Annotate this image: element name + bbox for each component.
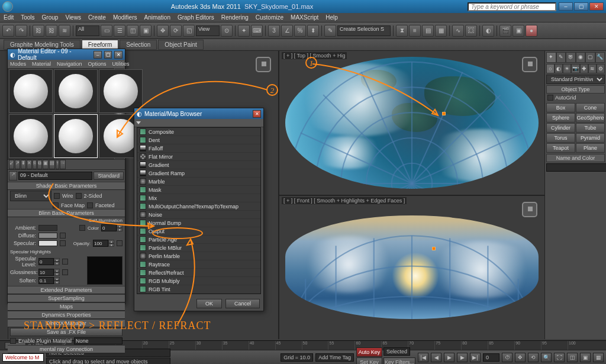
selfillum-color-checkbox[interactable] [79,225,85,231]
faceted-checkbox[interactable] [87,202,93,208]
mat-menu-modes[interactable]: Modes [10,61,26,67]
browser-cancel-button[interactable]: Cancel [225,299,260,308]
menu-rendering[interactable]: Rendering [221,14,249,21]
opacity-map-button[interactable] [117,240,123,246]
viewport-front-smooth[interactable]: [ + ] [ Front ] [ Smooth + Highlights + … [279,196,544,340]
layers-button[interactable]: ▤ [422,25,434,37]
prim-tube-button[interactable]: Tube [576,123,605,133]
create-systems[interactable]: ⚙ [597,64,605,73]
browser-ok-button[interactable]: OK [196,299,222,308]
scale-button[interactable]: ◱ [183,25,195,37]
mat-instance-button[interactable]: ⧉ [37,160,42,169]
enable-plugin-checkbox[interactable] [10,338,16,344]
render-button[interactable]: ● [526,25,537,37]
app-menu-orb[interactable] [2,1,13,12]
viewcube-tl[interactable] [256,57,271,72]
cmdtab-hierarchy[interactable]: ⛨ [566,52,576,63]
ambient-swatch[interactable] [38,225,57,231]
mirror-button[interactable]: ⧗ [396,25,408,37]
link-button[interactable]: ⛓ [33,25,44,37]
prim-geosphere-button[interactable]: GeoSphere [576,113,605,123]
diffuse-swatch[interactable] [38,233,57,239]
specular-swatch[interactable] [38,240,57,246]
save-fx-button[interactable]: Save as .FX File [10,328,123,336]
menu-animation[interactable]: Animation [144,14,170,21]
mat-menu-utilities[interactable]: Utilities [112,61,130,67]
manipulate-button[interactable]: ✦ [238,25,250,37]
select-name-button[interactable]: ☰ [114,25,125,37]
extended-params-rollout[interactable]: Extended Parameters [8,286,125,294]
pan-view-button[interactable]: ✥ [515,353,526,362]
mat-slot-4[interactable] [9,114,53,158]
menu-group[interactable]: Group [42,14,59,21]
percent-snap-button[interactable]: % [294,25,306,37]
prim-teapot-button[interactable]: Teapot [546,143,575,153]
menu-edit[interactable]: Edit [4,14,14,21]
mat-slot-1[interactable] [9,69,53,113]
curve-editor-button[interactable]: ∿ [452,25,464,37]
material-editor-button[interactable]: ◐ [482,25,494,37]
mat-maximize-button[interactable]: ▢ [104,51,112,59]
browser-close-button[interactable]: ✕ [253,110,261,118]
mat-sibling-button[interactable]: → [60,160,66,169]
shader-type-dropdown[interactable]: Blinn [10,191,51,201]
mentalray-rollout[interactable]: mental ray Connection [8,345,125,353]
pivot-button[interactable]: ⊙ [221,25,233,37]
fov-button[interactable]: ◫ [567,353,578,362]
map-item-rgb-multiply[interactable]: RGB Multiply [137,277,260,285]
prim-box-button[interactable]: Box [546,103,575,112]
menu-create[interactable]: Create [88,14,106,21]
twosided-checkbox[interactable] [76,193,82,199]
autokey-toggle[interactable]: Auto Key [356,347,382,357]
directx-manager-rollout[interactable]: DirectX Manager [8,319,125,327]
zoom-extents-button[interactable]: ▣ [580,353,591,362]
graphite-ribbon-button[interactable]: ▦ [435,25,447,37]
map-item-particle-age[interactable]: Particle Age [137,236,260,244]
mat-menu-material[interactable]: Material [32,61,51,67]
mat-name-dropdown[interactable]: 09 - Default [18,172,92,180]
map-item-output[interactable]: Output [137,227,260,236]
map-item-multioutputchanneltexmaptotexmap[interactable]: MultiOutputChannelTexmapToTexmap [137,202,260,211]
mat-show-button[interactable]: ▣ [43,160,49,169]
mat-showend-button[interactable]: ▤ [49,160,55,169]
speclevel-spinner[interactable]: ▴▾ [38,258,60,265]
prim-plane-button[interactable]: Plane [576,143,605,153]
mat-get-button[interactable]: ↙ [9,160,14,169]
viewport-label-br[interactable]: [ + ] [ Front ] [ Smooth + Highlights + … [282,197,407,204]
object-type-rollout[interactable]: Object Type [546,85,605,94]
map-item-rgb-tint[interactable]: RGB Tint [137,285,260,294]
create-shapes[interactable]: ◐ [555,64,563,73]
gloss-spinner[interactable]: ▴▾ [38,269,60,276]
diffuse-map-button[interactable] [60,233,66,239]
menu-customize[interactable]: Customize [256,14,283,21]
mat-copy-button[interactable]: ⎘ [33,160,37,169]
menu-help[interactable]: Help [325,14,338,21]
max-script-listener[interactable]: Welcome to M [2,353,44,362]
create-helpers[interactable]: ✚ [580,64,588,73]
map-item-mix[interactable]: Mix [137,194,260,202]
zoom-all-button[interactable]: ⛶ [554,353,565,362]
map-item-gradient[interactable]: Gradient [137,161,260,169]
selected-vertex-top[interactable] [442,112,446,115]
current-frame-input[interactable]: 0 [483,353,499,362]
maps-rollout[interactable]: Maps [8,302,125,311]
select-region-button[interactable]: ◫ [127,25,138,37]
menu-tools[interactable]: Tools [21,14,34,21]
redo-button[interactable]: ↷ [15,25,27,37]
keymode-button[interactable]: ⌨ [251,25,263,37]
opacity-spinner[interactable]: ▴▾ [93,240,114,247]
rendered-frame-button[interactable]: ▣ [512,25,524,37]
map-item-flat-mirror[interactable]: Flat Mirror [137,153,260,161]
soften-spinner[interactable]: ▴▾ [38,277,60,284]
viewport-top-smooth[interactable]: [ + ] [ Top ] [ Smooth + Hig [279,51,544,195]
speclevel-map-button[interactable] [62,259,68,265]
viewcube-br[interactable] [522,202,537,217]
cmdtab-create[interactable]: ✦ [546,52,556,63]
map-item-noise[interactable]: Noise [137,211,260,219]
facemap-checkbox[interactable] [53,202,59,208]
mat-parent-button[interactable]: ↑ [56,160,59,169]
help-search-input[interactable] [468,2,556,11]
minimize-button[interactable]: – [559,2,573,11]
map-item-particle-mblur[interactable]: Particle MBlur [137,244,260,252]
map-item-smoke[interactable]: Smoke [137,294,260,294]
